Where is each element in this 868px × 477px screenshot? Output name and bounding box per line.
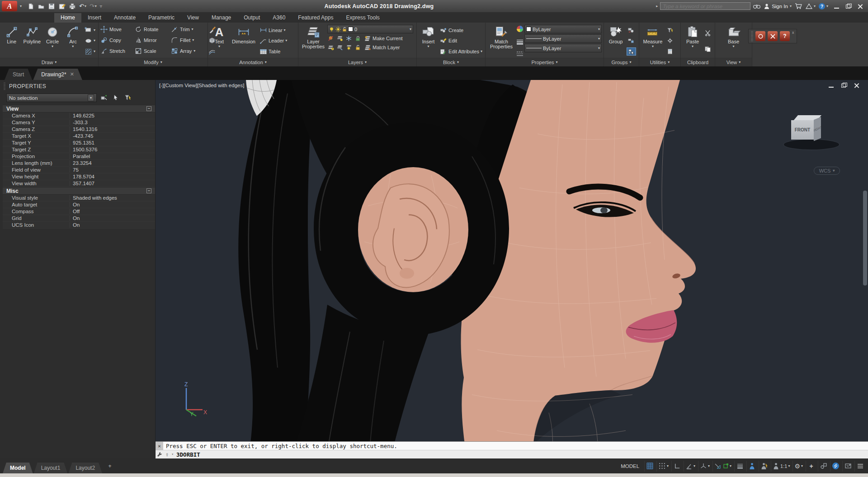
annotation-autoscale-toggle[interactable] xyxy=(759,461,769,472)
viewport-scrollbar[interactable] xyxy=(863,191,867,285)
circle-dropdown-icon[interactable]: ▾ xyxy=(52,45,53,48)
drawing-close-button[interactable] xyxy=(854,83,860,88)
undo-icon[interactable]: ↶▾ xyxy=(79,3,86,9)
toolbar-grip[interactable] xyxy=(751,31,753,41)
redo-icon[interactable]: ↷▾ xyxy=(90,3,97,9)
layer-freeze-icon[interactable] xyxy=(345,35,352,42)
property-row[interactable]: Auto target On xyxy=(3,201,155,208)
paste-button[interactable]: Paste ▾ xyxy=(683,24,703,58)
app-logo-icon[interactable]: A xyxy=(2,1,17,11)
property-row[interactable]: Camera Z 1540.1316 xyxy=(3,126,155,133)
panel-label-groups[interactable]: Groups▾ xyxy=(604,58,639,66)
property-row[interactable]: View height 178.5704 xyxy=(3,173,155,180)
edit-attributes-button[interactable]: Edit Attributes▾ xyxy=(439,47,483,56)
property-row[interactable]: Target Z 1500.5376 xyxy=(3,146,155,153)
property-value[interactable]: 925.1351 xyxy=(70,140,155,145)
property-row[interactable]: Target Y 925.1351 xyxy=(3,140,155,146)
ribbon-tab[interactable]: Manage xyxy=(205,13,237,23)
property-row[interactable]: Field of view 75 xyxy=(3,167,155,173)
block-create-button[interactable]: Create xyxy=(439,26,483,34)
viewcube-front-face[interactable]: FRONT xyxy=(791,120,814,140)
panel-label-view[interactable]: View▾ xyxy=(715,58,752,66)
copy-clip-button[interactable] xyxy=(703,45,712,53)
annotation-scale-control[interactable]: 1:1▾ xyxy=(771,461,791,472)
line-button[interactable]: Line xyxy=(2,24,21,58)
property-row[interactable]: Compass Off xyxy=(3,208,155,215)
polar-tracking-toggle[interactable]: ▾ xyxy=(684,461,697,472)
palette-grip[interactable] xyxy=(4,83,5,90)
arc-button[interactable]: Arc ▾ xyxy=(63,24,83,58)
toolbar-close-icon[interactable]: x xyxy=(792,30,794,35)
hatch-button[interactable]: ▾ xyxy=(84,47,96,56)
workspace-switching-control[interactable]: ⚙▾ xyxy=(793,461,804,472)
ellipse-button[interactable]: ▾ xyxy=(84,37,96,45)
panel-label-annotation[interactable]: Annotation▾ xyxy=(208,58,298,66)
ribbon-tab[interactable]: Output xyxy=(237,13,266,23)
plot-icon[interactable] xyxy=(69,3,76,10)
minimize-button[interactable] xyxy=(834,4,840,9)
new-file-icon[interactable] xyxy=(27,3,34,10)
ribbon-tab[interactable]: Home xyxy=(54,13,81,23)
lineweight-display-toggle[interactable] xyxy=(734,461,745,472)
ribbon-tab[interactable]: Parametric xyxy=(142,13,181,23)
help-icon[interactable]: ?▾ xyxy=(818,3,828,10)
property-value[interactable]: 357.1407 xyxy=(70,181,155,186)
group-edit-button[interactable] xyxy=(627,37,636,45)
property-row[interactable]: View width 357.1407 xyxy=(3,180,155,187)
section-header-misc[interactable]: Misc − xyxy=(3,187,155,195)
property-value[interactable]: On xyxy=(70,202,155,207)
copy-button[interactable]: Copy xyxy=(100,37,135,44)
drawing-restore-button[interactable] xyxy=(841,83,847,88)
fillet-button[interactable]: Fillet▾ xyxy=(171,37,206,44)
table-button[interactable]: Table xyxy=(259,47,288,56)
search-expand-icon[interactable]: ▸ xyxy=(656,5,658,8)
sign-in[interactable]: Sign In ▾ xyxy=(764,3,792,9)
linear-button[interactable]: Linear▾ xyxy=(259,26,288,34)
ortho-toggle[interactable] xyxy=(671,461,682,472)
group-button[interactable]: Group xyxy=(606,24,626,58)
layer-off-icon[interactable] xyxy=(327,35,334,42)
hardware-acceleration-toggle[interactable] xyxy=(830,461,841,472)
drawing-minimize-button[interactable] xyxy=(828,83,835,88)
stretch-button[interactable]: Stretch xyxy=(100,47,135,55)
property-row[interactable]: Camera Y -303.3 xyxy=(3,119,155,126)
object-color-combo[interactable]: ByLayer▾ xyxy=(524,25,602,33)
layout-tab[interactable]: Layout1 xyxy=(34,463,68,473)
scale-button[interactable]: Scale xyxy=(135,47,171,55)
panel-label-clipboard[interactable]: Clipboard xyxy=(681,58,715,66)
layer-properties-button[interactable]: Layer Properties xyxy=(300,24,326,58)
property-row[interactable]: Target X -423.745 xyxy=(3,133,155,140)
move-button[interactable]: Move xyxy=(100,26,135,33)
property-value[interactable]: 75 xyxy=(70,167,155,173)
layer-unlock-all-icon[interactable] xyxy=(354,44,361,51)
property-row[interactable]: Camera X 149.6225 xyxy=(3,112,155,119)
property-value[interactable]: On xyxy=(70,215,155,221)
file-tab-close-icon[interactable]: ✕ xyxy=(70,71,74,77)
recent-commands-icon[interactable]: ⇧ xyxy=(165,451,169,458)
viewport-style-control[interactable]: [Shaded with edges] xyxy=(197,83,244,88)
arc-dropdown-icon[interactable]: ▾ xyxy=(72,45,74,48)
dimension-button[interactable]: Dimension xyxy=(230,24,258,58)
tools-icon[interactable] xyxy=(768,31,778,41)
ribbon-tab[interactable]: Insert xyxy=(81,13,108,23)
rotate-button[interactable]: Rotate xyxy=(135,26,171,33)
property-value[interactable]: 178.5704 xyxy=(70,174,155,179)
property-value[interactable]: Parallel xyxy=(70,154,155,159)
layout-tab[interactable]: Model xyxy=(3,463,33,473)
measure-button[interactable]: Measure ▾ xyxy=(641,24,665,58)
command-close-icon[interactable]: ✕ xyxy=(156,442,163,450)
save-icon[interactable] xyxy=(48,3,55,10)
linetype-icon[interactable] xyxy=(516,51,524,56)
layer-select-combo[interactable]: 0 ▾ xyxy=(327,25,413,33)
viewport-view-control[interactable]: [Custom View] xyxy=(164,83,197,88)
layer-lock-fade-icon[interactable] xyxy=(354,35,361,42)
lineweight-combo[interactable]: ByLayer▾ xyxy=(524,34,602,43)
base-button[interactable]: Base ▾ xyxy=(721,24,746,58)
rectangle-button[interactable]: ▾ xyxy=(84,26,96,34)
quick-calc-button[interactable] xyxy=(665,47,675,56)
property-value[interactable]: 1500.5376 xyxy=(70,147,155,152)
id-point-button[interactable] xyxy=(665,37,675,45)
file-tab[interactable]: Drawing2*✕ xyxy=(33,69,82,80)
store-cart-icon[interactable] xyxy=(794,3,802,9)
viewcube-right-face[interactable]: RIGHT xyxy=(814,117,821,141)
